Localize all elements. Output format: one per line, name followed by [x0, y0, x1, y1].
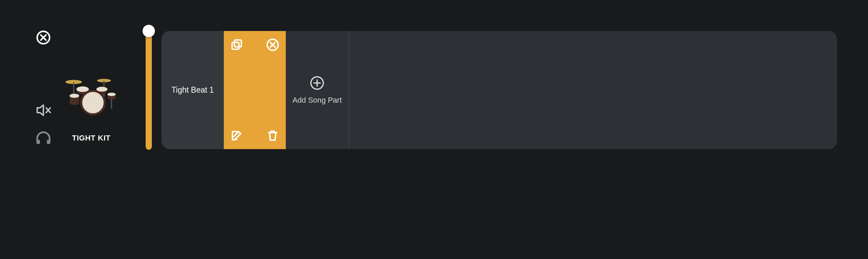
edit-part-button[interactable]: [230, 90, 255, 143]
volume-slider-track[interactable]: [146, 31, 152, 150]
speaker-muted-icon: [36, 103, 52, 117]
add-song-part-label: Add Song Part: [292, 96, 342, 105]
drum-kit-icon: [63, 74, 118, 116]
close-icon: [36, 30, 51, 45]
duplicate-part-button[interactable]: [230, 38, 255, 90]
svg-rect-5: [36, 140, 40, 144]
volume-slider-thumb[interactable]: [143, 25, 155, 37]
headphones-icon: [35, 131, 52, 145]
delete-part-button[interactable]: [255, 90, 280, 143]
mute-button[interactable]: [36, 103, 52, 117]
track-lane: Tight Beat 1: [161, 31, 837, 149]
song-part-label: Tight Beat 1: [171, 85, 214, 95]
svg-rect-6: [47, 140, 50, 144]
svg-point-18: [70, 94, 79, 98]
svg-point-16: [96, 87, 107, 92]
svg-rect-22: [234, 40, 241, 47]
close-track-button[interactable]: [36, 30, 51, 45]
duplicate-icon: [230, 38, 244, 52]
add-song-part-button[interactable]: Add Song Part: [286, 31, 348, 149]
song-part-cell[interactable]: Tight Beat 1: [161, 31, 224, 149]
clear-part-button[interactable]: [255, 38, 280, 90]
remove-circle-icon: [266, 38, 280, 52]
edit-icon: [230, 128, 244, 142]
svg-rect-23: [232, 42, 239, 49]
instrument-name-label: TIGHT KIT: [64, 134, 119, 143]
trash-icon: [266, 128, 280, 142]
song-part-actions-panel: [224, 31, 286, 149]
instrument-thumbnail[interactable]: [63, 74, 118, 116]
monitor-button[interactable]: [35, 131, 52, 145]
svg-point-14: [76, 86, 89, 92]
svg-point-20: [107, 93, 116, 96]
lane-divider: [348, 31, 349, 149]
plus-circle-icon: [310, 76, 324, 90]
